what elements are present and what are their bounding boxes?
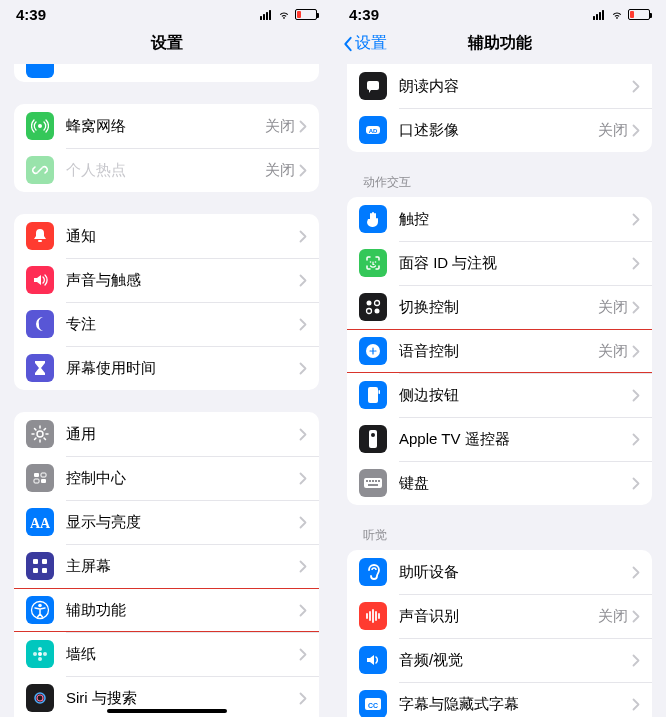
row-sounds[interactable]: 声音与触感 <box>14 258 319 302</box>
row-voice-control[interactable]: 语音控制关闭 <box>347 329 652 373</box>
svg-text:AD: AD <box>369 128 378 134</box>
chevron-right-icon <box>632 654 640 667</box>
row-sound-recog[interactable]: 声音识别关闭 <box>347 594 652 638</box>
svg-point-13 <box>38 604 42 608</box>
row-hearing[interactable]: 助听设备 <box>347 550 652 594</box>
wifi-icon <box>277 10 291 20</box>
row-accessibility[interactable]: 辅助功能 <box>14 588 319 632</box>
chevron-right-icon <box>632 698 640 711</box>
notifications-icon <box>26 222 54 250</box>
group-hearing: 助听设备声音识别关闭音频/视觉CC字幕与隐藏式字幕 <box>347 550 652 717</box>
row-focus[interactable]: 专注 <box>14 302 319 346</box>
accessibility-scroll[interactable]: 朗读内容AD口述影像关闭 动作交互 触控面容 ID 与注视切换控制关闭语音控制关… <box>333 64 666 717</box>
row-label: 音频/视觉 <box>399 651 632 670</box>
row-spoken[interactable]: 朗读内容 <box>347 64 652 108</box>
battery-icon <box>295 9 317 20</box>
touch-icon <box>359 205 387 233</box>
row-appletv[interactable]: Apple TV 遥控器 <box>347 417 652 461</box>
row-value: 关闭 <box>265 161 295 180</box>
audio-visual-icon <box>359 646 387 674</box>
row-subtitles[interactable]: CC字幕与隐藏式字幕 <box>347 682 652 717</box>
row-label: 通知 <box>66 227 299 246</box>
hotspot-icon <box>26 156 54 184</box>
chevron-right-icon <box>299 318 307 331</box>
back-label: 设置 <box>355 33 387 54</box>
row-notifications[interactable]: 通知 <box>14 214 319 258</box>
row-label: 墙纸 <box>66 645 299 664</box>
row-touch[interactable]: 触控 <box>347 197 652 241</box>
chevron-right-icon <box>299 648 307 661</box>
voice-control-icon <box>359 337 387 365</box>
group-header-hearing: 听觉 <box>363 527 652 544</box>
phone-right-accessibility: 4:39 设置 辅助功能 朗读内容AD口述影像关闭 动作交互 触控面容 ID 与… <box>333 0 666 717</box>
group-header-interaction: 动作交互 <box>363 174 652 191</box>
svg-rect-9 <box>42 559 47 564</box>
chevron-right-icon <box>299 516 307 529</box>
chevron-right-icon <box>299 428 307 441</box>
row-wallpaper[interactable]: 墙纸 <box>14 632 319 676</box>
row-value: 关闭 <box>598 298 628 317</box>
row-face-attention[interactable]: 面容 ID 与注视 <box>347 241 652 285</box>
general-icon <box>26 420 54 448</box>
chevron-right-icon <box>632 566 640 579</box>
page-title: 设置 <box>151 33 183 54</box>
row-value: 关闭 <box>598 121 628 140</box>
group-network: 蜂窝网络关闭个人热点关闭 <box>14 104 319 192</box>
nav-bar: 设置 辅助功能 <box>333 25 666 64</box>
chevron-right-icon <box>632 301 640 314</box>
back-button[interactable]: 设置 <box>343 33 387 54</box>
signal-icon <box>593 10 604 20</box>
svg-point-2 <box>37 431 43 437</box>
screentime-icon <box>26 354 54 382</box>
row-homescreen[interactable]: 主屏幕 <box>14 544 319 588</box>
row-label: 键盘 <box>399 474 632 493</box>
row-cellular[interactable]: 蜂窝网络关闭 <box>14 104 319 148</box>
switch-control-icon <box>359 293 387 321</box>
group-vision-partial: 朗读内容AD口述影像关闭 <box>347 64 652 152</box>
battery-icon <box>628 9 650 20</box>
face-attention-icon <box>359 249 387 277</box>
row-label: 助听设备 <box>399 563 632 582</box>
settings-scroll[interactable]: 蜂窝网络关闭个人热点关闭 通知声音与触感专注屏幕使用时间 通用控制中心AA显示与… <box>0 64 333 717</box>
svg-rect-3 <box>34 473 39 477</box>
row-switch-control[interactable]: 切换控制关闭 <box>347 285 652 329</box>
display-icon: AA <box>26 508 54 536</box>
svg-rect-43 <box>372 480 374 482</box>
row-label: 字幕与隐藏式字幕 <box>399 695 632 714</box>
row-screentime[interactable]: 屏幕使用时间 <box>14 346 319 390</box>
chevron-right-icon <box>299 472 307 485</box>
row-label: 侧边按钮 <box>399 386 632 405</box>
side-button-icon <box>359 381 387 409</box>
chevron-left-icon <box>343 36 353 52</box>
row-label: 显示与亮度 <box>66 513 299 532</box>
phone-left-settings: 4:39 设置 蜂窝网络关闭个人热点关闭 通知声音与触感专注屏幕使用时间 通用控… <box>0 0 333 717</box>
row-keyboard[interactable]: 键盘 <box>347 461 652 505</box>
row-label: 通用 <box>66 425 299 444</box>
row-hotspot[interactable]: 个人热点关闭 <box>14 148 319 192</box>
group-notifications: 通知声音与触感专注屏幕使用时间 <box>14 214 319 390</box>
row-audio-visual[interactable]: 音频/视觉 <box>347 638 652 682</box>
row-display[interactable]: AA显示与亮度 <box>14 500 319 544</box>
keyboard-icon <box>359 469 387 497</box>
chevron-right-icon <box>299 230 307 243</box>
homescreen-icon <box>26 552 54 580</box>
row-value: 关闭 <box>598 607 628 626</box>
row-audio-desc[interactable]: AD口述影像关闭 <box>347 108 652 152</box>
row-control-center[interactable]: 控制中心 <box>14 456 319 500</box>
partial-row-top[interactable] <box>14 64 319 82</box>
row-label: 辅助功能 <box>66 601 299 620</box>
row-side-button[interactable]: 侧边按钮 <box>347 373 652 417</box>
svg-rect-5 <box>34 479 39 483</box>
row-label: 语音控制 <box>399 342 598 361</box>
accessibility-icon <box>26 596 54 624</box>
home-indicator[interactable] <box>107 709 227 713</box>
chevron-right-icon <box>299 560 307 573</box>
audio-desc-icon: AD <box>359 116 387 144</box>
svg-rect-1 <box>38 240 42 242</box>
row-label: 声音识别 <box>399 607 598 626</box>
chevron-right-icon <box>632 610 640 623</box>
signal-icon <box>260 10 271 20</box>
chevron-right-icon <box>299 120 307 133</box>
row-general[interactable]: 通用 <box>14 412 319 456</box>
svg-rect-46 <box>368 484 378 486</box>
